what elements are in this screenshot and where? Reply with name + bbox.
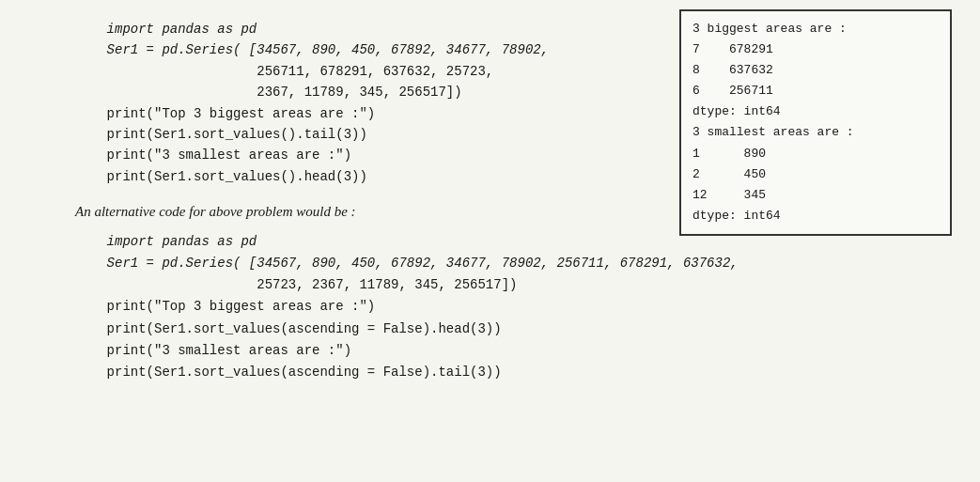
output-line-7: 2 450: [692, 164, 939, 185]
output-line-2: 8 637632: [692, 60, 939, 81]
output-line-4: dtype: int64: [692, 101, 939, 122]
output-line-5: 3 smallest areas are :: [692, 122, 939, 143]
code-line-2-1: Ser1 = pd.Series( [34567, 890, 450, 6789…: [75, 253, 924, 274]
output-line-1: 7 678291: [692, 39, 939, 60]
output-line-8: 12 345: [692, 185, 939, 206]
output-line-0: 3 biggest areas are :: [692, 19, 939, 39]
code-line-2-2: 25723, 2367, 11789, 345, 256517]): [75, 274, 924, 296]
output-box: 3 biggest areas are : 7 678291 8 637632 …: [679, 9, 952, 236]
code-line-2-6: print(Ser1.sort_values(ascending = False…: [75, 362, 924, 383]
code-line-2-4: print(Ser1.sort_values(ascending = False…: [75, 319, 924, 340]
main-content: 3 biggest areas are : 7 678291 8 637632 …: [0, 0, 980, 402]
code-line-2-5: print("3 smallest areas are :"): [75, 340, 924, 362]
output-line-6: 1 890: [692, 144, 939, 164]
output-line-3: 6 256711: [692, 81, 939, 101]
output-line-9: dtype: int64: [692, 206, 939, 226]
code-block-2: import pandas as pd Ser1 = pd.Series( [3…: [75, 231, 924, 383]
code-line-2-3: print("Top 3 biggest areas are :"): [75, 296, 924, 318]
